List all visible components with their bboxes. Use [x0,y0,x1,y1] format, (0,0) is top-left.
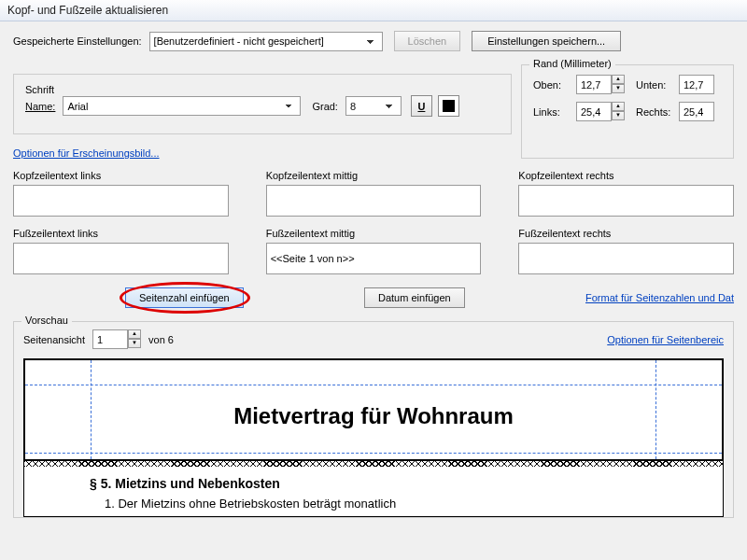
saved-settings-label: Gespeicherte Einstellungen: [13,35,142,47]
font-name-select[interactable]: Arial [63,96,301,116]
insert-date-button[interactable]: Datum einfügen [364,287,465,308]
margin-legend: Rand (Millimeter) [529,58,615,69]
footer-center-label: Fußzeilentext mittig [266,228,482,239]
margin-left-spinner[interactable]: ▲▼ [576,102,625,121]
page-range-options-link[interactable]: Optionen für Seitenbereic [607,334,724,345]
margin-top-label: Oben: [533,79,571,91]
margin-bottom-label: Unten: [636,79,673,91]
pageview-of-label: von 6 [148,334,174,345]
insert-page-number-button[interactable]: Seitenzahl einfügen [125,287,244,308]
margin-bottom-spinner[interactable] [679,75,714,94]
footer-left-label: Fußzeilentext links [13,228,229,239]
font-name-label: Name: [25,101,55,112]
header-left-label: Kopfzeilentext links [13,170,229,181]
underline-button[interactable]: U [411,95,432,117]
header-right-input[interactable] [518,185,734,217]
delete-button[interactable]: Löschen [394,31,461,51]
page-number-format-link[interactable]: Format für Seitenzahlen und Dat [585,292,734,303]
margin-top-spinner[interactable]: ▲▼ [576,75,625,94]
header-left-input[interactable] [13,185,229,217]
save-settings-button[interactable]: Einstellungen speichern... [472,31,621,51]
pageview-spinner[interactable]: ▲▼ [92,329,141,349]
footer-center-input[interactable] [266,243,482,274]
preview-section-item: 1. Der Mietzins ohne Betriebskosten betr… [105,497,704,511]
font-legend: Schrift [25,84,54,95]
preview-section-heading: § 5. Mietzins und Nebenkosten [90,476,704,491]
page-preview: Mietvertrag für Wohnraum [23,358,724,461]
footer-left-input[interactable] [13,243,229,274]
font-color-button[interactable] [438,95,459,117]
footer-right-input[interactable] [518,243,734,274]
font-grad-label: Grad: [312,101,338,112]
margin-left-label: Links: [533,106,571,118]
pageview-label: Seitenansicht [23,334,85,345]
footer-right-label: Fußzeilentext rechts [518,228,734,239]
saved-settings-select[interactable]: [Benutzerdefiniert - nicht gespeichert] [149,32,383,51]
preview-document-title: Mietvertrag für Wohnraum [25,403,722,429]
margin-right-spinner[interactable] [679,102,714,121]
window-title: Kopf- und Fußzeile aktualisieren [0,0,747,21]
font-grad-select[interactable]: 8 [345,96,402,116]
header-center-label: Kopfzeilentext mittig [266,170,482,181]
appearance-options-link[interactable]: Optionen für Erscheinungsbild... [13,147,160,159]
margin-right-label: Rechts: [636,106,673,118]
header-right-label: Kopfzeilentext rechts [518,170,734,181]
preview-legend: Vorschau [21,315,72,326]
header-center-input[interactable] [266,185,482,217]
preview-section: § 5. Mietzins und Nebenkosten 1. Der Mie… [23,461,724,517]
